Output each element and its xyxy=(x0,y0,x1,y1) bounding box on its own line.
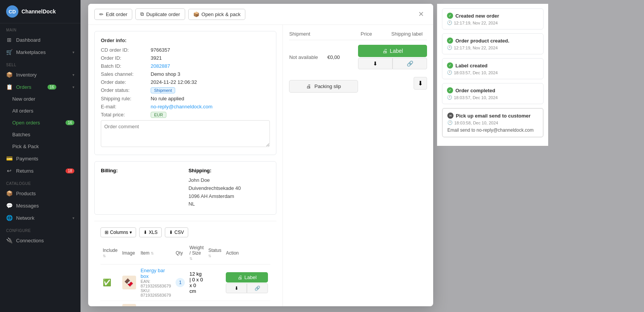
sidebar-item-payments[interactable]: 💳 Payments xyxy=(0,152,80,165)
section-label-configure: CONFIGURE xyxy=(0,224,80,234)
activity-item: Created new order 🕐 12:17:19, Nov 22, 20… xyxy=(442,8,544,29)
order-comment-textarea[interactable] xyxy=(101,120,270,147)
sidebar-item-label: Marketplaces xyxy=(16,49,46,55)
label-link-button[interactable]: 🔗 xyxy=(247,283,268,293)
product-image: 🍫 xyxy=(122,276,136,289)
logo-text: ChannelDock xyxy=(21,8,56,15)
include-cell: ✅ xyxy=(100,265,120,301)
returns-icon: ↩ xyxy=(6,168,12,174)
shipping-section: Shipping: John Doe Duivendrechtsekade 40… xyxy=(189,168,270,208)
info-row-cd-order-id: CD order ID: 9766357 xyxy=(101,47,270,53)
sidebar-item-dashboard[interactable]: ⊞ Dashboard xyxy=(0,34,80,46)
shipping-address2: 1096 AH Amsterdam xyxy=(189,193,270,201)
clock-icon: 🕐 xyxy=(447,95,452,100)
activity-title: Order product created. xyxy=(455,38,509,44)
check-circle-icon: ✅ xyxy=(103,279,111,286)
sort-icon[interactable]: ⇅ xyxy=(103,254,106,258)
shipment-row: Not available €0,00 🖨 Label ⬇ 🔗 xyxy=(289,45,427,69)
label-sub-row: ⬇ 🔗 xyxy=(358,58,427,69)
weight-size-cell xyxy=(187,301,206,306)
activity-item: Order completed 🕐 18:03:57, Dec 10, 2024 xyxy=(442,83,544,104)
sidebar-item-batches[interactable]: Batches xyxy=(0,129,80,140)
sidebar-item-all-orders[interactable]: All orders xyxy=(0,105,80,117)
sidebar-item-label: Products xyxy=(16,191,36,196)
sidebar-item-marketplaces[interactable]: 🛒 Marketplaces ▾ xyxy=(0,46,80,58)
products-icon: 📦 xyxy=(6,190,12,196)
item-cell: Energy bar box EAN: 8719326583679 SKU: 8… xyxy=(138,265,174,301)
main-area: ✏ Edit order ⧉ Duplicate order 📦 Open pi… xyxy=(80,0,644,312)
sidebar-item-inventory[interactable]: 📦 Inventory ▾ xyxy=(0,69,80,81)
activity-time: 🕐 18:03:57, Dec 10, 2024 xyxy=(447,70,539,75)
sidebar-item-open-orders[interactable]: Open orders 16 xyxy=(0,117,80,129)
col-image: Image xyxy=(120,242,138,265)
col-status: Status ⇅ xyxy=(206,242,223,265)
logo: CD ChannelDock xyxy=(0,0,80,23)
product-name-link[interactable]: Energy bar box xyxy=(141,268,171,279)
sidebar-item-new-order[interactable]: New order xyxy=(0,93,80,105)
network-icon: 🌐 xyxy=(6,215,12,221)
csv-button[interactable]: ⬇ CSV xyxy=(165,227,188,237)
download-icon: ⬇ xyxy=(143,230,147,235)
modal-right-panel: Shipment Price Shipping label Not availa… xyxy=(283,25,433,306)
col-include: Include ⇅ xyxy=(100,242,120,265)
modal-close-button[interactable]: ✕ xyxy=(415,8,427,20)
chevron-down-icon: ▾ xyxy=(72,73,74,77)
shipping-country: NL xyxy=(189,200,270,208)
action-cell: 🖨 Label ⬇ 🔗 xyxy=(223,265,270,301)
edit-order-button[interactable]: ✏ Edit order xyxy=(94,9,132,20)
pack-icon: 📦 xyxy=(193,11,199,17)
activity-item: Label created 🕐 18:03:57, Dec 10, 2024 xyxy=(442,58,544,79)
sidebar: CD ChannelDock MAIN ⊞ Dashboard 🛒 Market… xyxy=(0,0,80,312)
shipment-col-shipment: Shipment xyxy=(289,31,360,37)
sidebar-item-label: Messages xyxy=(16,203,39,209)
messages-icon: 💬 xyxy=(6,203,12,209)
sidebar-item-connections[interactable]: 🔌 Connections xyxy=(0,234,80,247)
sidebar-item-orders[interactable]: 📋 Orders 16 ▾ xyxy=(0,81,80,93)
label-download-button[interactable]: ⬇ xyxy=(358,58,393,69)
packing-slip-button[interactable]: 🖨 Packing slip xyxy=(289,80,358,93)
sort-icon[interactable]: ⇅ xyxy=(151,251,154,255)
sidebar-item-messages[interactable]: 💬 Messages xyxy=(0,199,80,212)
chevron-down-icon: ▾ xyxy=(72,85,74,89)
duplicate-order-button[interactable]: ⧉ Duplicate order xyxy=(135,8,185,20)
printer-icon: 🖨 xyxy=(382,48,388,54)
sidebar-item-returns[interactable]: ↩ Returns 18 xyxy=(0,165,80,177)
shipping-title: Shipping: xyxy=(189,168,270,173)
activity-time: 🕐 18:03:58, Dec 10, 2024 xyxy=(447,120,538,125)
sidebar-item-label: Batches xyxy=(12,132,30,137)
sort-icon[interactable]: ⇅ xyxy=(189,256,192,261)
billing-title: Billing: xyxy=(101,168,182,173)
activity-title: Order completed xyxy=(455,88,495,93)
columns-button[interactable]: ⊞ Columns ▾ xyxy=(100,227,136,237)
not-available-text: Not available xyxy=(289,54,327,60)
label-button[interactable]: 🖨 Label xyxy=(358,45,427,57)
label-link-button[interactable]: 🔗 xyxy=(393,58,427,69)
sort-icon[interactable]: ⇅ xyxy=(208,254,211,258)
sidebar-section-catalogue: CATALOGUE 📦 Products 💬 Messages 🌐 Networ… xyxy=(0,177,80,224)
sidebar-item-label: New order xyxy=(12,96,35,102)
sidebar-item-network[interactable]: 🌐 Network ▾ xyxy=(0,212,80,224)
connections-icon: 🔌 xyxy=(6,237,12,243)
product-label-button[interactable]: 🖨 Label xyxy=(226,272,268,283)
sidebar-item-label: All orders xyxy=(12,108,33,114)
sidebar-item-products[interactable]: 📦 Products xyxy=(0,187,80,199)
packing-download-button[interactable]: ⬇ xyxy=(414,77,427,90)
sidebar-item-label: Orders xyxy=(16,84,31,90)
label-download-button[interactable]: ⬇ xyxy=(226,283,247,293)
open-pick-pack-button[interactable]: 📦 Open pick & pack xyxy=(188,9,246,20)
qty-cell: 1 xyxy=(173,265,187,301)
table-row: ✅ 🍫 Energy bar xyxy=(100,301,270,306)
logo-icon: CD xyxy=(6,5,18,18)
shipment-col-price: Price xyxy=(361,31,391,37)
activity-header: Label created xyxy=(447,62,539,69)
col-qty: Qty xyxy=(173,242,187,265)
activity-header: Created new order xyxy=(447,13,539,19)
xls-button[interactable]: ⬇ XLS xyxy=(139,227,162,237)
download-icon: ⬇ xyxy=(169,230,173,235)
sidebar-item-pick-pack[interactable]: Pick & Pack xyxy=(0,140,80,152)
label-sub-buttons: ⬇ 🔗 xyxy=(226,283,268,293)
activity-status-icon xyxy=(447,113,453,119)
sidebar-item-label: Open orders xyxy=(12,120,40,126)
grid-icon: ⊞ xyxy=(105,230,108,235)
activity-status-icon xyxy=(447,38,453,44)
